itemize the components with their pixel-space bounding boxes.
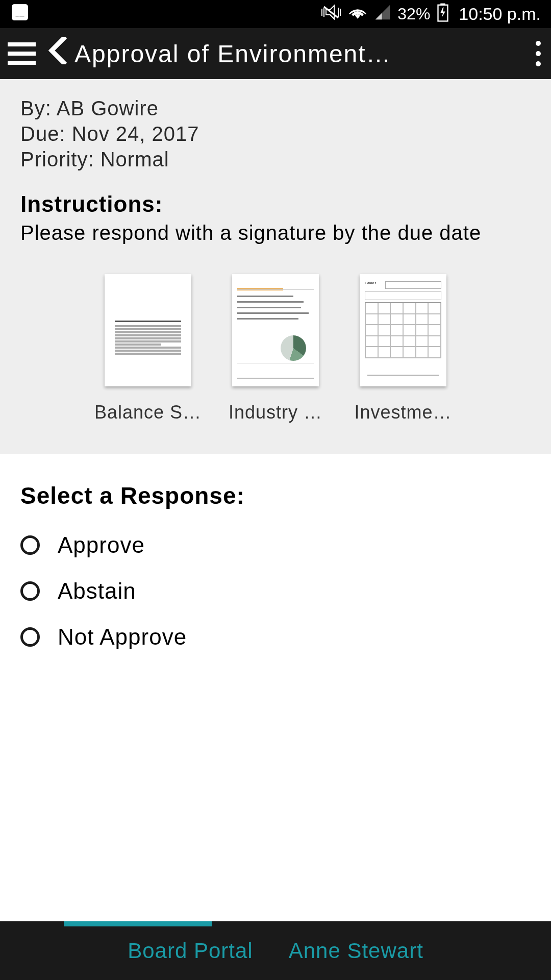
priority-value: Normal <box>101 148 169 170</box>
by-value: AB Gowire <box>57 97 159 119</box>
instructions-heading: Instructions: <box>20 191 531 217</box>
response-heading: Select a Response: <box>20 482 531 509</box>
priority-label: Priority: <box>20 148 94 170</box>
due-value: Nov 24, 2017 <box>72 122 199 145</box>
status-bar: 32% 10:50 p.m. <box>0 0 551 28</box>
response-options: Approve Abstain Not Approve <box>20 532 531 650</box>
option-label: Abstain <box>58 578 136 604</box>
document-thumbnail-icon <box>232 274 319 386</box>
by-line: By: AB Gowire <box>20 97 531 120</box>
detail-panel: By: AB Gowire Due: Nov 24, 2017 Priority… <box>0 79 551 454</box>
clock-label: 10:50 p.m. <box>459 4 541 24</box>
radio-icon <box>20 535 40 555</box>
option-abstain[interactable]: Abstain <box>20 578 531 604</box>
tab-board-portal[interactable]: Board Portal <box>128 939 253 963</box>
radio-icon <box>20 627 40 647</box>
option-label: Approve <box>58 532 145 558</box>
attachment-investment[interactable]: FORM 4 Investme… <box>349 274 457 423</box>
attachment-label: Industry … <box>222 402 329 423</box>
svg-rect-7 <box>441 3 446 5</box>
attachment-industry[interactable]: Industry … <box>222 274 329 423</box>
radio-icon <box>20 581 40 601</box>
active-tab-indicator <box>64 921 212 926</box>
document-thumbnail-icon: FORM 4 <box>360 274 446 386</box>
page-title: Approval of Environment… <box>74 40 528 68</box>
priority-line: Priority: Normal <box>20 148 531 171</box>
due-line: Due: Nov 24, 2017 <box>20 122 531 145</box>
by-label: By: <box>20 97 52 119</box>
attachment-label: Investme… <box>349 402 457 423</box>
meta-block: By: AB Gowire Due: Nov 24, 2017 Priority… <box>20 97 531 171</box>
battery-charging-icon <box>436 3 449 26</box>
back-icon[interactable] <box>48 37 67 71</box>
attachment-label: Balance S… <box>94 402 202 423</box>
signal-icon <box>374 4 391 25</box>
battery-percent: 32% <box>397 5 430 23</box>
wifi-icon <box>347 4 368 25</box>
vibrate-silent-icon <box>321 4 341 25</box>
instructions-body: Please respond with a signature by the d… <box>20 219 531 246</box>
overflow-menu-icon[interactable] <box>533 41 543 66</box>
attachment-balance-sheet[interactable]: Balance S… <box>94 274 202 423</box>
app-header: Approval of Environment… <box>0 28 551 79</box>
status-right: 32% 10:50 p.m. <box>321 3 541 26</box>
response-section: Select a Response: Approve Abstain Not A… <box>0 454 551 921</box>
document-thumbnail-icon <box>105 274 191 386</box>
option-not-approve[interactable]: Not Approve <box>20 624 531 650</box>
attachments-row: Balance S… Industry … <box>20 274 531 423</box>
option-approve[interactable]: Approve <box>20 532 531 558</box>
footer-nav: Board Portal Anne Stewart <box>0 921 551 980</box>
status-left <box>10 3 30 26</box>
due-label: Due: <box>20 122 66 145</box>
tab-user[interactable]: Anne Stewart <box>289 939 423 963</box>
hamburger-menu-icon[interactable] <box>8 41 36 66</box>
picture-icon <box>10 3 30 26</box>
option-label: Not Approve <box>58 624 187 650</box>
